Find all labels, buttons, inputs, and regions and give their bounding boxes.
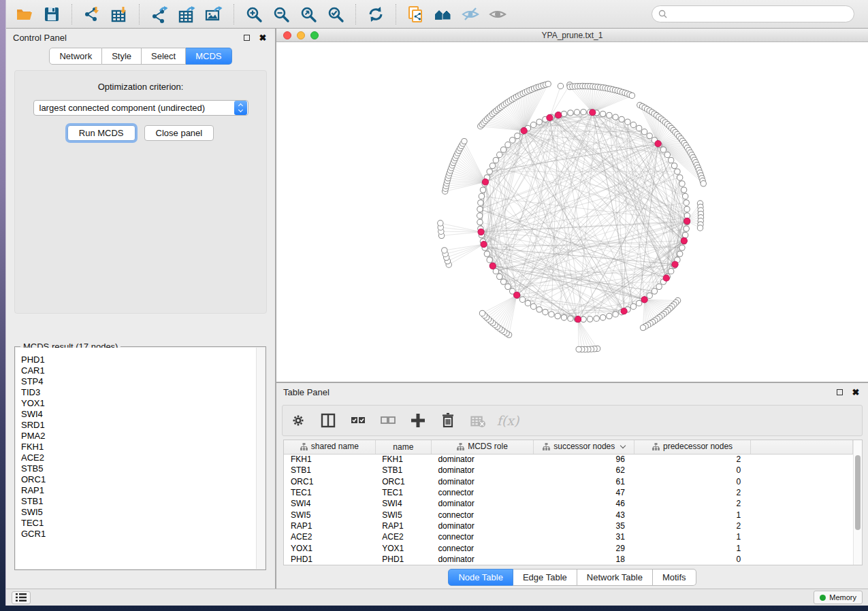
table-row[interactable]: PHD1PHD1dominator180 (284, 554, 853, 565)
mcds-hub-node[interactable] (478, 229, 484, 235)
mcds-node-item[interactable]: TID3 (21, 387, 256, 398)
import-table-icon[interactable] (108, 3, 131, 25)
network-canvas[interactable] (276, 42, 868, 382)
tab-mcds[interactable]: MCDS (186, 48, 231, 65)
table-row[interactable]: STB1STB1dominator620 (284, 465, 853, 476)
zoom-fit-icon[interactable] (297, 3, 320, 25)
search-input[interactable] (671, 10, 848, 19)
mcds-hub-node[interactable] (684, 218, 690, 224)
table-row[interactable]: YOX1YOX1connector291 (284, 542, 853, 553)
mcds-result-list[interactable]: PHD1CAR1STP4TID3YOX1SWI4SRD1PMA2FKH1ACE2… (16, 348, 256, 569)
tab-node-table[interactable]: Node Table (448, 569, 513, 586)
zoom-out-icon[interactable] (270, 3, 293, 25)
first-neighbors-icon[interactable] (432, 3, 455, 25)
network-window-titlebar[interactable]: YPA_prune.txt_1 (276, 29, 868, 42)
open-file-icon[interactable] (13, 3, 36, 25)
table-row[interactable]: ACE2ACE2connector311 (284, 531, 853, 542)
zoom-in-icon[interactable] (242, 3, 266, 25)
mcds-node-item[interactable]: STB1 (21, 496, 256, 507)
mcds-node-item[interactable]: PMA2 (21, 431, 256, 442)
mcds-hub-node[interactable] (489, 263, 496, 269)
search-box[interactable] (652, 5, 854, 22)
mcds-hub-node[interactable] (621, 308, 627, 314)
mcds-hub-node[interactable] (482, 179, 488, 185)
column-header-shared-name[interactable]: shared name (284, 440, 375, 454)
mcds-hub-node[interactable] (481, 241, 487, 247)
table-cell (750, 509, 852, 520)
mcds-hub-node[interactable] (521, 128, 527, 134)
zoom-selected-icon[interactable] (324, 3, 347, 25)
table-scrollbar-thumb[interactable] (855, 455, 861, 530)
mcds-node-item[interactable]: PHD1 (21, 354, 256, 365)
column-header-predecessor-nodes[interactable]: predecessor nodes (634, 440, 750, 454)
mcds-node-item[interactable]: SWI5 (21, 507, 256, 518)
mcds-hub-node[interactable] (547, 114, 553, 120)
mcds-hub-node[interactable] (681, 237, 687, 244)
hide-selected-icon[interactable] (459, 3, 482, 25)
mcds-node-item[interactable]: ACE2 (21, 452, 256, 463)
mcds-hub-node[interactable] (655, 141, 661, 147)
mcds-hub-node[interactable] (556, 112, 562, 118)
export-network-icon[interactable] (148, 3, 171, 25)
mcds-hub-node[interactable] (575, 316, 581, 323)
column-header-MCDS-role[interactable]: MCDS role (431, 440, 533, 454)
mcds-hub-node[interactable] (663, 275, 669, 281)
optimization-select[interactable]: largest connected component (undirected) (33, 100, 248, 116)
show-all-icon[interactable] (486, 3, 509, 25)
mcds-hub-node[interactable] (672, 261, 678, 267)
mcds-node-item[interactable]: GCR1 (21, 529, 256, 540)
mcds-node-item[interactable]: ORC1 (21, 474, 256, 485)
table-scrollbar[interactable] (853, 440, 862, 565)
close-icon[interactable]: ✖ (257, 32, 268, 43)
delete-table-icon (469, 412, 487, 429)
table-settings-icon[interactable] (289, 412, 307, 429)
table-row[interactable]: TEC1TEC1connector472 (284, 487, 853, 498)
mcds-hub-node[interactable] (590, 110, 596, 116)
close-icon[interactable]: ✖ (850, 386, 861, 397)
export-image-icon[interactable] (202, 3, 225, 25)
tab-network[interactable]: Network (49, 48, 102, 65)
refresh-icon[interactable] (364, 3, 387, 25)
add-column-icon[interactable] (409, 412, 427, 429)
column-header-name[interactable]: name (375, 440, 431, 454)
table-row[interactable]: SWI4SWI4dominator462 (284, 498, 853, 509)
node-table-body[interactable]: FKH1FKH1dominator962STB1STB1dominator620… (284, 454, 853, 565)
tab-edge-table[interactable]: Edge Table (513, 569, 577, 586)
optimization-value: largest connected component (undirected) (39, 103, 234, 113)
mcds-hub-node[interactable] (513, 292, 519, 298)
export-table-icon[interactable] (175, 3, 198, 25)
mcds-node-item[interactable]: STB5 (21, 463, 256, 474)
mcds-node-item[interactable]: STP4 (21, 376, 256, 387)
mcds-node-item[interactable]: YOX1 (21, 398, 256, 409)
run-mcds-button[interactable]: Run MCDS (67, 125, 135, 141)
table-row[interactable]: FKH1FKH1dominator962 (284, 454, 853, 465)
select-all-icon[interactable] (349, 412, 367, 429)
memory-button[interactable]: Memory (814, 591, 863, 604)
clone-network-icon[interactable] (404, 3, 428, 25)
deselect-all-icon[interactable] (379, 412, 397, 429)
table-row[interactable]: SWI5SWI5connector431 (284, 509, 853, 520)
close-panel-button[interactable]: Close panel (144, 125, 214, 141)
mcds-node-item[interactable]: SWI4 (21, 409, 256, 420)
column-visibility-icon[interactable] (319, 412, 337, 429)
mcds-hub-node[interactable] (641, 297, 647, 303)
mcds-node-item[interactable]: TEC1 (21, 518, 256, 529)
delete-column-icon[interactable] (439, 412, 457, 429)
tab-motifs[interactable]: Motifs (653, 569, 696, 586)
save-session-icon[interactable] (40, 3, 63, 25)
tab-style[interactable]: Style (102, 48, 142, 65)
float-icon[interactable] (241, 32, 252, 43)
table-row[interactable]: ORC1ORC1dominator610 (284, 476, 853, 487)
column-header-successor-nodes[interactable]: successor nodes (534, 440, 634, 454)
tab-select[interactable]: Select (142, 48, 186, 65)
tab-network-table[interactable]: Network Table (577, 569, 653, 586)
mcds-node-item[interactable]: SRD1 (21, 420, 256, 431)
mcds-node-item[interactable]: RAP1 (21, 485, 256, 496)
mcds-node-item[interactable]: CAR1 (21, 365, 256, 376)
import-network-icon[interactable] (80, 3, 103, 25)
float-icon[interactable] (834, 386, 845, 397)
task-history-button[interactable] (12, 591, 31, 604)
table-row[interactable]: RAP1RAP1dominator352 (284, 521, 853, 531)
mcds-list-scrollbar[interactable] (256, 348, 265, 569)
mcds-node-item[interactable]: FKH1 (21, 442, 256, 452)
